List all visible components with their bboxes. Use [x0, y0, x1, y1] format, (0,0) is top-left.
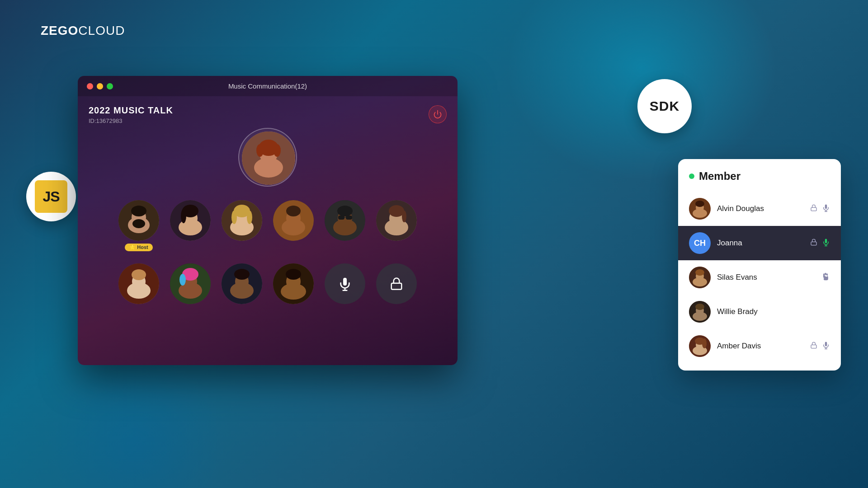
- member-item[interactable]: Alvin Douglas: [678, 192, 841, 226]
- window-controls: [87, 83, 113, 89]
- member-avatar-joanna: CH: [689, 232, 711, 254]
- room-info: 2022 MUSIC TALK ID:13672983: [89, 105, 173, 124]
- title-bar: Music Communication(12): [78, 76, 458, 96]
- member-icons-alvin: [810, 204, 830, 214]
- svg-rect-82: [811, 345, 816, 348]
- mic-icon-joanna: [822, 238, 830, 249]
- svg-point-55: [286, 269, 301, 280]
- svg-point-26: [286, 206, 301, 216]
- window-content: 2022 MUSIC TALK ID:13672983: [78, 96, 458, 365]
- minimize-button[interactable]: [97, 83, 103, 89]
- avatar-6: [376, 200, 417, 241]
- avatar-3: [222, 200, 262, 241]
- avatar-item-10[interactable]: [273, 263, 314, 304]
- svg-point-6: [274, 144, 281, 157]
- host-badge: ⭐ Host: [125, 244, 153, 251]
- center-avatar-ring: [238, 128, 297, 187]
- avatar-2: [170, 200, 211, 241]
- avatars-row2: [118, 263, 417, 304]
- member-avatar-amber: [689, 335, 711, 357]
- close-button[interactable]: [87, 83, 93, 89]
- member-title: Member: [699, 170, 741, 183]
- svg-point-51: [234, 269, 250, 280]
- lock-button-item[interactable]: [376, 263, 417, 304]
- avatar-item-7[interactable]: [118, 263, 159, 304]
- room-id: ID:13672983: [89, 117, 173, 124]
- sdk-badge: SDK: [637, 79, 692, 133]
- js-label: JS: [35, 180, 67, 213]
- member-avatar-silas: [689, 267, 711, 288]
- sdk-label: SDK: [650, 99, 679, 114]
- svg-point-76: [695, 304, 704, 310]
- member-name-willie: Willie Brady: [717, 307, 824, 316]
- svg-point-21: [247, 211, 252, 224]
- avatar-item-6[interactable]: [376, 200, 417, 251]
- member-icons-amber: [810, 341, 830, 352]
- lock-icon: [810, 204, 817, 213]
- center-speaker: [238, 128, 297, 187]
- member-item-active[interactable]: CH Joanna: [678, 226, 841, 260]
- logo-cloud: CLOUD: [78, 23, 125, 38]
- avatar-item-8[interactable]: [170, 263, 211, 304]
- member-item-willie[interactable]: Willie Brady: [678, 295, 841, 329]
- mic-icon: [822, 204, 830, 214]
- avatar-7: [118, 263, 159, 304]
- avatar-item-2[interactable]: [170, 200, 211, 251]
- avatar-9: [222, 263, 262, 304]
- svg-point-75: [693, 312, 707, 321]
- room-title: 2022 MUSIC TALK: [89, 105, 173, 116]
- svg-point-81: [702, 338, 707, 348]
- svg-point-71: [693, 277, 707, 286]
- svg-point-22: [231, 211, 237, 224]
- avatar-item-3[interactable]: [222, 200, 262, 251]
- mic-icon-amber: [822, 341, 830, 352]
- member-item-amber[interactable]: Amber Davis: [678, 329, 841, 363]
- window-title: Music Communication(12): [228, 82, 307, 90]
- mic-button[interactable]: [325, 263, 365, 304]
- maximize-button[interactable]: [107, 83, 113, 89]
- member-header: Member: [678, 170, 841, 192]
- js-badge: JS: [26, 172, 76, 221]
- svg-point-37: [389, 205, 404, 217]
- svg-point-10: [132, 219, 145, 228]
- svg-point-54: [281, 283, 306, 300]
- app-window: Music Communication(12) 2022 MUSIC TALK …: [78, 76, 458, 365]
- svg-rect-63: [811, 207, 816, 211]
- lock-button[interactable]: [376, 263, 417, 304]
- hand-icon-silas: [821, 272, 830, 283]
- svg-rect-58: [392, 283, 402, 290]
- online-indicator: [689, 174, 694, 179]
- svg-rect-66: [811, 242, 816, 245]
- member-panel: Member Alvin Douglas: [678, 159, 841, 371]
- mic-button-item[interactable]: [325, 263, 365, 304]
- svg-point-33: [337, 206, 353, 216]
- avatar-item-4[interactable]: [273, 200, 314, 251]
- svg-point-62: [695, 201, 704, 207]
- member-list: Alvin Douglas: [678, 192, 841, 363]
- member-avatar-alvin: [689, 198, 711, 220]
- center-avatar: [242, 131, 295, 185]
- avatar-4: [273, 200, 314, 241]
- member-avatar-willie: [689, 301, 711, 323]
- svg-point-5: [256, 144, 264, 157]
- svg-point-11: [131, 206, 146, 216]
- avatar-8: [170, 263, 211, 304]
- member-item-silas[interactable]: Silas Evans: [678, 260, 841, 295]
- svg-point-50: [230, 282, 254, 299]
- svg-point-25: [282, 219, 305, 235]
- avatar-item-host[interactable]: ⭐ Host: [118, 200, 159, 251]
- member-name-silas: Silas Evans: [717, 273, 815, 282]
- svg-point-61: [693, 209, 707, 218]
- power-button[interactable]: [429, 105, 447, 123]
- avatar-item-5[interactable]: [325, 200, 365, 251]
- svg-point-42: [132, 269, 146, 280]
- member-name-alvin: Alvin Douglas: [717, 204, 804, 213]
- brand-logo: ZEGOCLOUD: [41, 23, 125, 38]
- avatar-item-9[interactable]: [222, 263, 262, 304]
- member-name-amber: Amber Davis: [717, 342, 804, 351]
- svg-point-29: [333, 219, 357, 235]
- svg-point-47: [179, 274, 186, 286]
- lock-icon-joanna: [810, 239, 817, 248]
- avatar-5: [325, 200, 365, 241]
- avatars-row1: ⭐ Host: [118, 200, 417, 251]
